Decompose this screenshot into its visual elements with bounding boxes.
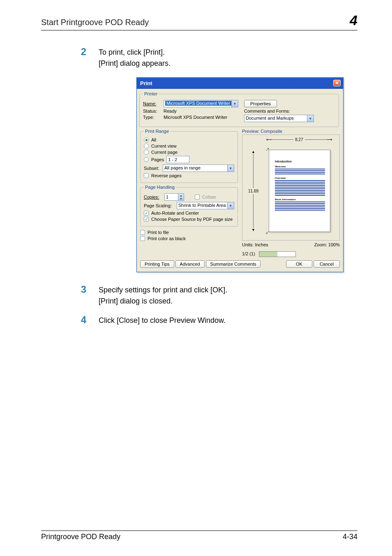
page-progress-label: 1/2 (1)	[242, 251, 255, 256]
auto-rotate-checkbox[interactable]	[144, 211, 149, 215]
print-color-black-checkbox[interactable]	[140, 236, 145, 241]
page-footer: Printgroove POD Ready 4-34	[41, 531, 357, 541]
scaling-label: Page Scaling:	[144, 203, 174, 208]
step-4-text: Click [Close] to close Preview Window.	[99, 315, 226, 326]
dialog-titlebar: Print ✕	[137, 78, 343, 89]
step-2: 2 To print, click [Print]. [Print] dialo…	[76, 47, 357, 69]
copies-label: Copies:	[144, 195, 162, 199]
running-header-title: Start Printgroove POD Ready	[41, 18, 149, 27]
preview-height: 11.69	[248, 189, 258, 193]
step-4: 4 Click [Close] to close Preview Window.	[76, 315, 357, 326]
chevron-down-icon[interactable]: ▾	[231, 100, 238, 107]
arrow-icon: ↙	[265, 229, 270, 235]
range-legend: Print Range	[144, 129, 170, 134]
step-number: 2	[76, 47, 86, 69]
comments-combo[interactable]: Document and Markups ▾	[244, 115, 314, 122]
reverse-checkbox[interactable]	[144, 173, 149, 178]
progress-bar	[259, 251, 296, 257]
print-to-file-checkbox[interactable]	[140, 230, 145, 235]
printer-group: Printer Name: Microsoft XPS Document Wri…	[139, 91, 339, 127]
radio-all[interactable]	[144, 137, 149, 142]
close-icon[interactable]: ✕	[333, 80, 341, 86]
chapter-number: 4	[350, 12, 357, 28]
radio-current-page[interactable]	[144, 150, 149, 155]
status-label: Status:	[143, 109, 161, 114]
summarize-comments-button[interactable]: Summarize Comments	[206, 260, 261, 268]
printer-legend: Printer	[143, 91, 159, 96]
radio-current-view[interactable]	[144, 144, 149, 148]
properties-button[interactable]: Properties	[244, 100, 277, 107]
subset-combo[interactable]: All pages in range ▾	[163, 164, 234, 172]
advanced-button[interactable]: Advanced	[175, 260, 205, 268]
preview-width: 8.27	[295, 137, 303, 142]
step-3-text: Specify settings for print and click [OK…	[99, 285, 227, 307]
zoom-label: Zoom: 100%	[314, 242, 340, 247]
spinner-up-icon: ▲	[178, 194, 184, 197]
units-label: Units: Inches	[242, 242, 268, 247]
comments-label: Comments and Forms:	[244, 109, 290, 114]
preview-thumbnail: Introduction Welcome Overview Basic Info…	[269, 150, 330, 232]
dialog-title: Print	[140, 80, 152, 86]
printer-name-combo[interactable]: Microsoft XPS Document Writer ▾	[164, 100, 238, 107]
type-label: Type:	[143, 115, 161, 120]
spinner-down-icon: ▼	[178, 197, 184, 200]
step-number: 3	[76, 285, 86, 307]
chevron-down-icon[interactable]: ▾	[227, 165, 234, 171]
printing-tips-button[interactable]: Printing Tips	[140, 260, 174, 268]
radio-pages[interactable]	[144, 157, 149, 162]
collate-checkbox	[195, 195, 200, 199]
page-header: Start Printgroove POD Ready 4	[41, 12, 357, 30]
scaling-combo[interactable]: Shrink to Printable Area ▾	[177, 202, 234, 209]
status-value: Ready	[164, 109, 177, 114]
footer-product: Printgroove POD Ready	[41, 533, 120, 541]
choose-source-checkbox[interactable]	[144, 217, 149, 222]
chevron-down-icon[interactable]: ▾	[307, 115, 314, 122]
page-handling-group: Page Handling Copies: ▲▼ Collate	[140, 185, 238, 227]
handling-legend: Page Handling	[144, 185, 176, 190]
subset-label: Subset:	[144, 166, 160, 171]
footer-page: 4-34	[343, 533, 357, 541]
print-range-group: Print Range All Current view Current pag…	[140, 129, 238, 183]
print-dialog: Print ✕ Printer Name:	[136, 77, 344, 272]
chevron-down-icon[interactable]: ▾	[227, 202, 234, 209]
ok-button[interactable]: OK	[286, 260, 312, 268]
copies-spinner[interactable]: ▲▼	[164, 193, 184, 201]
name-label: Name:	[143, 101, 161, 106]
cancel-button[interactable]: Cancel	[314, 260, 340, 268]
type-value: Microsoft XPS Document Writer	[164, 115, 227, 120]
step-3: 3 Specify settings for print and click […	[76, 285, 357, 307]
step-number: 4	[76, 315, 86, 326]
preview-area: ⟵ 8.27 ⟶ ↗ ▲ 11.69	[242, 134, 340, 241]
pages-input[interactable]	[166, 156, 189, 163]
step-2-text: To print, click [Print]. [Print] dialog …	[99, 47, 171, 69]
preview-title: Preview: Composite	[242, 129, 340, 134]
